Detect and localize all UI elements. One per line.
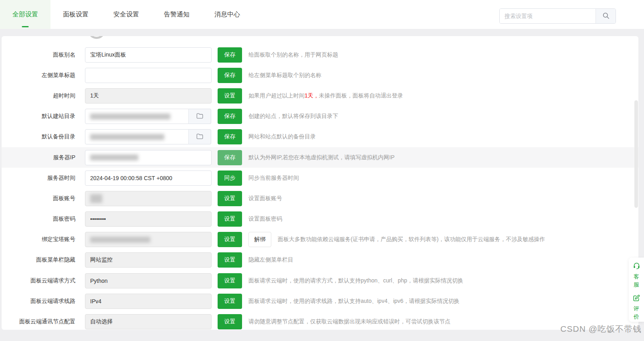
cloud-request-line-input[interactable]: [85, 294, 212, 309]
row-description: 请勿随意调整节点配置，仅获取云端数据出现未响应或错误时，可尝试切换该节点: [248, 318, 450, 325]
server-ip-input[interactable]: [85, 150, 212, 165]
settings-tab-bar: 全部设置 面板设置 安全设置 告警通知 消息中心: [0, 0, 644, 29]
row-label: 面板别名: [2, 51, 75, 59]
tab-alert-notification[interactable]: 告警通知: [151, 0, 202, 29]
desc-text: 未操作面板，面板将自动退出登录: [319, 92, 403, 99]
settings-panel: 面板别名 保存 给面板取个别的名称，用于网页标题 左侧菜单标题 保存 给左侧菜单…: [2, 36, 638, 330]
customer-service-button[interactable]: 客服: [633, 262, 640, 288]
floating-side-panel: 客服 评价: [629, 258, 644, 322]
save-button[interactable]: 保存: [218, 109, 242, 124]
row-label: 左侧菜单标题: [2, 72, 75, 79]
redacted-value: [90, 194, 102, 203]
row-bind-bt-account: 绑定宝塔账号 设置 解绑 面板大多数功能依赖云端服务(证书申请，产品购买，软件列…: [2, 229, 638, 250]
tab-panel-settings[interactable]: 面板设置: [50, 0, 101, 29]
menu-title-input[interactable]: [85, 68, 212, 83]
watermark-text: CSDN @吃饭不带钱: [560, 323, 642, 335]
row-description: 给左侧菜单标题取个别的名称: [248, 72, 321, 79]
save-button[interactable]: 保存: [218, 129, 242, 144]
row-label: 绑定宝塔账号: [2, 236, 75, 243]
row-label: 面板账号: [2, 195, 75, 202]
menu-hide-input[interactable]: [85, 252, 212, 268]
redacted-value: [90, 134, 164, 140]
redacted-value: [90, 237, 150, 243]
row-label: 面板菜单栏隐藏: [2, 256, 75, 264]
desc-text: 如果用户超过以上时间: [248, 92, 305, 99]
row-cloud-node-config: 面板云端通讯节点配置 设置 请勿随意调整节点配置，仅获取云端数据出现未响应或错误…: [2, 311, 638, 330]
row-server-time: 服务器时间 同步 同步当前服务器时间: [2, 168, 638, 188]
browse-folder-button[interactable]: [188, 109, 211, 124]
search-icon: [602, 12, 610, 21]
row-cloud-request-method: 面板云端请求方式 设置 面板请求云端时，使用的请求方式，默认支持python、c…: [2, 270, 638, 291]
row-label: 服务器时间: [2, 175, 75, 182]
cloud-node-config-input[interactable]: [85, 314, 212, 329]
row-label: 面板云端请求方式: [2, 277, 75, 284]
tab-message-center[interactable]: 消息中心: [202, 0, 252, 29]
row-description: 隐藏左侧菜单栏目: [248, 256, 293, 264]
server-time-input[interactable]: [85, 170, 212, 186]
set-button[interactable]: 设置: [218, 232, 242, 247]
customer-service-label: 客服: [633, 272, 640, 288]
row-description: 面板请求云端时，使用的请求线路，默认支持auto、ipv4、ipv6，请根据实际…: [248, 298, 460, 305]
row-description: 同步当前服务器时间: [248, 175, 299, 182]
tab-all-settings[interactable]: 全部设置: [0, 0, 50, 29]
cloud-request-method-input[interactable]: [85, 273, 212, 288]
row-description: 给面板取个别的名称，用于网页标题: [248, 51, 338, 59]
row-panel-alias: 面板别名 保存 给面板取个别的名称，用于网页标题: [2, 45, 638, 65]
set-button[interactable]: 设置: [218, 88, 242, 104]
tab-label: 告警通知: [164, 10, 190, 19]
set-button[interactable]: 设置: [218, 191, 242, 206]
settings-rows: 面板别名 保存 给面板取个别的名称，用于网页标题 左侧菜单标题 保存 给左侧菜单…: [2, 36, 638, 330]
row-description: 面板大多数功能依赖云端服务(证书申请，产品购买，软件列表等)，该功能仅用于云端服…: [278, 236, 545, 243]
row-label: 服务器IP: [2, 154, 75, 161]
tab-security-settings[interactable]: 安全设置: [101, 0, 151, 29]
row-description: 面板请求云端时，使用的请求方式，默认支持python、curl、php，请根据实…: [248, 277, 463, 284]
panel-account-input[interactable]: [85, 191, 212, 206]
row-description: 设置面板密码: [248, 215, 282, 223]
redacted-value: [90, 114, 170, 120]
row-default-site-dir: 默认建站目录 保存 创建的站点，默认将保存到该目录下: [2, 106, 638, 127]
bind-account-input[interactable]: [85, 232, 212, 247]
folder-icon: [196, 132, 204, 141]
settings-search: [499, 8, 616, 24]
row-label: 面板云端通讯节点配置: [2, 318, 75, 325]
save-button[interactable]: 保存: [218, 150, 242, 165]
row-label: 默认备份目录: [2, 133, 75, 140]
timeout-input[interactable]: [85, 88, 212, 104]
set-button[interactable]: 设置: [218, 273, 242, 288]
row-description: 默认为外网IP,若您在本地虚拟机测试，请填写虚拟机内网IP: [248, 154, 395, 161]
feedback-button[interactable]: 评价: [633, 294, 640, 321]
scrollbar-thumb[interactable]: [634, 100, 638, 208]
set-button[interactable]: 设置: [218, 314, 242, 329]
row-label: 面板云端请求线路: [2, 298, 75, 305]
folder-icon: [196, 112, 204, 121]
feedback-label: 评价: [633, 304, 640, 321]
backup-dir-input[interactable]: [85, 129, 189, 144]
row-label: 面板密码: [2, 215, 75, 223]
redacted-value: [90, 154, 138, 160]
sync-button[interactable]: 同步: [218, 170, 242, 186]
row-menu-title: 左侧菜单标题 保存 给左侧菜单标题取个别的名称: [2, 65, 638, 85]
headset-icon: [633, 262, 640, 271]
row-timeout: 超时时间 设置 如果用户超过以上时间1天，未操作面板，面板将自动退出登录: [2, 85, 638, 106]
set-button[interactable]: 设置: [218, 294, 242, 309]
site-dir-input[interactable]: [85, 109, 189, 124]
row-description: 网站和站点默认的备份目录: [248, 133, 316, 140]
row-description: 创建的站点，默认将保存到该目录下: [248, 113, 338, 120]
panel-alias-input[interactable]: [85, 47, 212, 63]
search-button[interactable]: [596, 9, 616, 23]
panel-password-input[interactable]: [85, 211, 212, 227]
pencil-square-icon: [633, 294, 640, 303]
unbind-button[interactable]: 解绑: [248, 232, 271, 247]
row-description: 设置面板账号: [248, 195, 282, 202]
save-button[interactable]: 保存: [218, 68, 242, 83]
tab-label: 全部设置: [12, 10, 38, 19]
set-button[interactable]: 设置: [218, 252, 242, 268]
row-panel-account: 面板账号 设置 设置面板账号: [2, 188, 638, 209]
browse-folder-button[interactable]: [188, 129, 211, 144]
row-label: 超时时间: [2, 92, 75, 99]
search-input[interactable]: [500, 9, 596, 23]
save-button[interactable]: 保存: [218, 47, 242, 63]
tab-label: 面板设置: [63, 10, 89, 19]
set-button[interactable]: 设置: [218, 211, 242, 227]
row-panel-password: 面板密码 设置 设置面板密码: [2, 209, 638, 229]
